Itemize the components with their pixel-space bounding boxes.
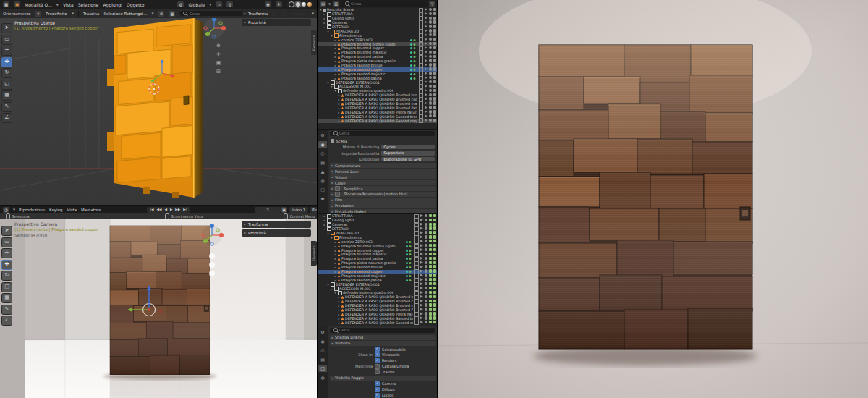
viewport-toggle-icon[interactable] xyxy=(429,240,432,242)
disclosure-icon[interactable]: ▸ xyxy=(333,266,337,269)
selectable-toggle-icon[interactable] xyxy=(425,97,427,100)
pan-hand-icon[interactable]: ✜ xyxy=(216,51,221,57)
render-toggle-icon[interactable] xyxy=(433,321,436,323)
render-toggle-icon[interactable] xyxy=(433,235,436,238)
disclosure-icon[interactable]: ▸ xyxy=(333,72,337,76)
render-toggle-icon[interactable] xyxy=(433,17,436,20)
section-checkbox[interactable] xyxy=(335,192,340,197)
viewport-toggle-icon[interactable] xyxy=(429,265,432,268)
hide-toggle-icon[interactable] xyxy=(429,8,432,11)
viewport-toggle-icon[interactable] xyxy=(429,235,432,238)
selectable-toggle-icon[interactable] xyxy=(420,214,423,217)
hide-toggle-icon[interactable] xyxy=(425,295,427,298)
property-value[interactable]: Cycles xyxy=(381,145,435,150)
tab-physics-icon[interactable]: ◍ xyxy=(318,374,327,381)
selectable-toggle-icon[interactable] xyxy=(420,312,423,315)
tool-measure-icon[interactable]: ∠ xyxy=(1,316,12,326)
tab-render-icon[interactable]: ◉ xyxy=(318,141,327,148)
disclosure-icon[interactable]: ▸ xyxy=(333,270,337,274)
hide-toggle-icon[interactable] xyxy=(429,72,432,75)
tool-annotate-icon[interactable]: ✎ xyxy=(1,102,12,112)
render-toggle-icon[interactable] xyxy=(433,114,436,117)
selectable-toggle-icon[interactable] xyxy=(420,291,423,294)
render-toggle-icon[interactable] xyxy=(433,248,436,251)
current-frame-field[interactable]: 2 xyxy=(255,207,281,213)
door-model-solid[interactable] xyxy=(107,18,203,198)
hide-toggle-icon[interactable] xyxy=(429,55,432,58)
property-value[interactable]: Supportato xyxy=(381,151,435,156)
disclosure-icon[interactable]: ▾ xyxy=(319,8,323,12)
disclosure-icon[interactable]: ▾ xyxy=(330,236,333,240)
hide-toggle-icon[interactable] xyxy=(425,248,427,251)
panel-section-header[interactable]: ▸Shadow Linking xyxy=(330,335,436,340)
render-toggle-icon[interactable] xyxy=(433,20,436,23)
panel-section-header[interactable]: ▾Visibilità Raggio xyxy=(330,376,436,381)
selectable-toggle-icon[interactable] xyxy=(425,85,427,88)
selectable-toggle-icon[interactable] xyxy=(420,231,423,234)
viewport-toggle-icon[interactable] xyxy=(429,278,432,281)
render-toggle-icon[interactable] xyxy=(433,308,436,310)
lock-icon[interactable]: ▣ xyxy=(281,207,287,213)
timeline-menu[interactable]: Keying xyxy=(49,208,62,212)
properties-editor-render[interactable]: ⚙ ◉ ⎙ ▤ ▲ ◍ ▢ ✚ Cerca Scena Motore di Re… xyxy=(318,129,438,214)
tool-rotate-icon[interactable]: ↻ xyxy=(1,271,12,281)
selectable-toggle-icon[interactable] xyxy=(425,119,427,122)
panel-section-header[interactable]: ▸Film xyxy=(330,198,436,203)
selectable-toggle-icon[interactable] xyxy=(425,51,427,54)
hide-toggle-icon[interactable] xyxy=(429,80,432,83)
disclosure-icon[interactable]: ▸ xyxy=(333,77,337,80)
disclosure-icon[interactable]: ▸ xyxy=(323,17,326,20)
disclosure-icon[interactable]: ▾ xyxy=(323,227,326,231)
hide-toggle-icon[interactable] xyxy=(429,110,432,113)
selectable-toggle-icon[interactable] xyxy=(420,287,423,289)
disclosure-icon[interactable]: ▸ xyxy=(333,240,337,244)
viewport-toggle-icon[interactable] xyxy=(429,316,432,319)
outliner-editor[interactable]: ▤ ▼ ▥ Cerca ▽ ▾Raccolta Scena▸STRUTTURA▸… xyxy=(318,0,438,129)
hide-toggle-icon[interactable] xyxy=(429,51,432,54)
camera-view-icon[interactable]: ▣ xyxy=(216,60,221,66)
selectable-toggle-icon[interactable] xyxy=(425,38,427,41)
hide-toggle-icon[interactable] xyxy=(425,316,427,319)
hide-toggle-icon[interactable] xyxy=(425,244,427,247)
render-toggle-icon[interactable] xyxy=(433,46,436,49)
viewport-toggle-icon[interactable] xyxy=(429,219,432,221)
viewport-toggle-icon[interactable] xyxy=(429,295,432,298)
selectable-toggle-icon[interactable] xyxy=(420,235,423,238)
hide-toggle-icon[interactable] xyxy=(425,291,427,294)
shading-rendered-icon[interactable] xyxy=(307,2,312,7)
disclosure-icon[interactable]: ▸ xyxy=(323,219,326,222)
properties-editor-object[interactable]: ⚙ ◉ ⎙ ▤ ▢ ◍ Cerca ▸Shadow Linking▾Visibi… xyxy=(318,326,438,398)
gizmo-xyz-icon[interactable]: ⊕ xyxy=(158,11,164,17)
viewport-toggle-icon[interactable] xyxy=(429,321,432,323)
outliner-row[interactable]: ▸DEFENDER A RASO QUADRO Sanded copper s xyxy=(318,119,438,123)
section-checkbox[interactable] xyxy=(335,186,340,191)
viewport-toggle-icon[interactable] xyxy=(429,248,432,251)
checkbox[interactable] xyxy=(375,393,380,398)
viewport-menu[interactable]: Vista xyxy=(63,2,74,7)
sidebar-panel-transform[interactable]: ▸ Trasforma xyxy=(242,221,311,228)
disclosure-icon[interactable]: ▸ xyxy=(333,253,337,256)
shading-material-icon[interactable] xyxy=(302,2,306,7)
hide-toggle-icon[interactable] xyxy=(425,240,427,242)
tab-render-icon[interactable]: ◉ xyxy=(318,338,327,345)
viewport-toggle-icon[interactable] xyxy=(429,312,432,315)
selectable-toggle-icon[interactable] xyxy=(425,110,427,113)
disclosure-icon[interactable]: ▸ xyxy=(333,43,337,46)
selectable-toggle-icon[interactable] xyxy=(425,63,427,66)
disclosure-icon[interactable]: ▸ xyxy=(337,111,341,114)
disclosure-icon[interactable]: ▸ xyxy=(337,308,341,312)
render-toggle-icon[interactable] xyxy=(433,244,436,247)
render-toggle-icon[interactable] xyxy=(433,80,436,83)
tool-annotate-icon[interactable]: ✎ xyxy=(1,305,12,315)
render-toggle-icon[interactable] xyxy=(433,33,436,36)
jump-end-icon[interactable]: ▶| xyxy=(182,208,188,211)
disclosure-icon[interactable]: ▾ xyxy=(333,89,337,93)
render-toggle-icon[interactable] xyxy=(433,282,436,285)
next-keyframe-icon[interactable]: ▶▶ xyxy=(174,208,182,211)
selectable-toggle-icon[interactable] xyxy=(420,282,423,285)
jump-start-icon[interactable]: |◀ xyxy=(149,208,155,211)
selectable-toggle-icon[interactable] xyxy=(420,261,423,264)
disclosure-icon[interactable]: ▸ xyxy=(333,279,337,282)
sidebar-panel-transform[interactable]: ▸ Trasforma xyxy=(242,10,311,17)
selectable-toggle-icon[interactable] xyxy=(425,106,427,109)
